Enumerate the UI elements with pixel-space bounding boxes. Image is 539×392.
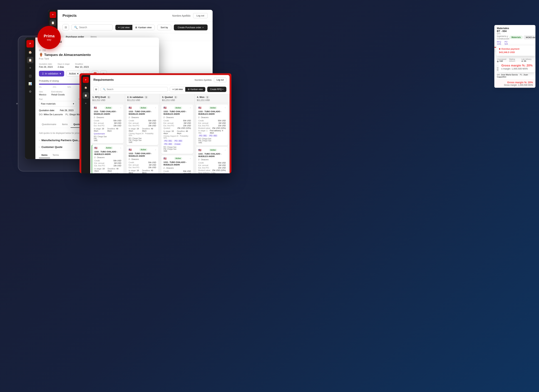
col-title-rfq-draft: 1. RFQ Draft 1 bbox=[92, 96, 123, 98]
create-purchase-order-button[interactable]: Create Purchase order + bbox=[174, 24, 208, 30]
col-title-in-validation: 2. In validation 1 bbox=[127, 96, 158, 98]
wf-inner: P 🏠 📋 ≡ Requirements Nombre Apellido Log… bbox=[81, 75, 230, 173]
sidebar-icon-book-mid[interactable]: 📋 bbox=[27, 57, 34, 63]
logo-sub: way bbox=[47, 38, 52, 41]
expand-icon-manufacturing: › bbox=[39, 139, 40, 141]
po-link[interactable]: PO · 524 bbox=[505, 41, 509, 45]
tab-questionnaire[interactable]: Questionnaire bbox=[39, 121, 59, 128]
col-title-quoted: 3. Quoted 1 bbox=[162, 96, 192, 98]
sidebar-icon-menu-f[interactable]: ≡ bbox=[82, 100, 89, 106]
wf-main: Requirements Nombre Apellido Log out ⊟ 🔍… bbox=[90, 75, 230, 173]
back-title: Projects bbox=[63, 14, 77, 18]
wf-kanban-view-btn[interactable]: ⊞ Kanban view bbox=[185, 87, 205, 92]
wf-kanban-label: Kanban view bbox=[190, 88, 203, 91]
card-est-annual: Est. annual: 1M USD bbox=[94, 122, 121, 124]
list-view-label: List view bbox=[120, 26, 130, 29]
card-top: 🇺🇸 Active + bbox=[94, 106, 121, 109]
card-flag: 🇺🇸 bbox=[94, 106, 97, 109]
kanban-card-col3-1[interactable]: 🇺🇸 Active + 1315 - TUBO OVALADO - MUEBLE… bbox=[161, 105, 193, 154]
tab-items[interactable]: Items bbox=[59, 121, 71, 128]
wf-logout-button[interactable]: Log out bbox=[214, 77, 226, 82]
dc-contacts: DO: Jose Maria Garcia PL: Juan Cappellin… bbox=[494, 72, 535, 79]
wokd-select[interactable]: WOKD done bbox=[524, 35, 535, 39]
col-amount-in-validation: $11,211 USD bbox=[127, 99, 158, 102]
kanban-card[interactable]: 🇺🇸 Active + 1315 - TUBO OVALADO - MUEBLE… bbox=[92, 105, 123, 143]
chevron-down-icon2: ▾ bbox=[77, 72, 78, 75]
card-questionnaire-link[interactable]: Questionnaire bbox=[94, 133, 105, 135]
gm-pct-label: Gross margin %: 20% bbox=[501, 64, 533, 67]
subtab-terms[interactable]: Terms bbox=[50, 152, 61, 158]
col-header-in-validation: 2. In validation 1 $11,211 USD bbox=[125, 94, 160, 103]
sidebar-icon-chart-mid[interactable]: 📊 bbox=[27, 80, 34, 87]
record-subtitle: Frac Tank bbox=[39, 57, 155, 60]
sidebar-icon-book-f[interactable]: 📋 bbox=[82, 92, 89, 99]
filter-button[interactable]: ⊟ bbox=[63, 24, 69, 31]
field-row-dates: Quotation date: Feb 28, 2023 Days in sta… bbox=[39, 63, 155, 68]
wf-filter-button[interactable]: ⊟ bbox=[93, 87, 99, 92]
kanban-board: 1. RFQ Draft 1 $11,211 USD 🇺🇸 Active + bbox=[90, 94, 230, 173]
chevron-down-icon-pod: ▾ bbox=[73, 102, 74, 105]
kanban-card-col2-1[interactable]: 🇺🇸 Active + 1315 - TUBO OVALADO - MUEBLE… bbox=[126, 105, 158, 145]
sidebar-icon-home-f[interactable]: 🏠 bbox=[82, 84, 89, 91]
gross-margin-box: Gross margin %: 20% s margin: 1,000,500 … bbox=[498, 62, 535, 72]
sidebar-icon-settings-mid[interactable]: ⚙ bbox=[27, 88, 34, 95]
sidebar-icon-book[interactable]: 📋 bbox=[50, 19, 56, 26]
kanban-card-col3-2[interactable]: 🇺🇸 Active + 1315 - TUBO OVALADO - MUEBLE… bbox=[161, 155, 193, 173]
kanban-view-btn[interactable]: ⊞ Kanban view bbox=[132, 25, 154, 30]
sidebar-icon-layers-mid[interactable]: ◫ bbox=[27, 73, 34, 79]
days-in-stage-label: Days in stage: bbox=[58, 63, 70, 65]
card-title: 1315 - TUBO OVALADO - MUEBLES ANDRI bbox=[94, 110, 121, 116]
sidebar-strip: P 🏠 📋 ≡ ◫ 📊 ⚙ bbox=[25, 38, 35, 159]
search-icon-wf: 🔍 bbox=[103, 88, 106, 91]
pl-label: PL: bbox=[520, 74, 523, 76]
card-dates: In stage: 10 days Deadline: 40 days bbox=[94, 128, 121, 132]
sidebar-icon-home-mid[interactable]: 🏠 bbox=[27, 49, 34, 55]
back-search-input[interactable] bbox=[79, 26, 110, 29]
sort-button[interactable]: Sort by bbox=[157, 25, 171, 30]
rfq-link[interactable]: RFQ · 1241 bbox=[497, 41, 503, 45]
stat-late-label: Late delivery bbox=[521, 58, 533, 60]
list-view-btn[interactable]: ≡ List view bbox=[116, 25, 132, 30]
wf-list-view-btn[interactable]: ≡ List view bbox=[170, 87, 185, 92]
requirements-kanban-window: P 🏠 📋 ≡ Requirements Nombre Apellido Log… bbox=[80, 73, 231, 173]
field-end-industry: End industry: Retail Goods bbox=[51, 91, 65, 96]
card-top2: 🇺🇸 Active + bbox=[94, 146, 121, 149]
kanban-cards-col2: 🇺🇸 Active + 1315 - TUBO OVALADO - MUEBLE… bbox=[125, 103, 160, 173]
kanban-card-col4-2[interactable]: 🇺🇸 Active + 1315 - TUBO OVALADO - MUEBLE… bbox=[196, 147, 228, 173]
card-add-icon-c2[interactable]: + bbox=[155, 107, 156, 109]
overdue-amount: $43,346.5 USD bbox=[499, 51, 533, 53]
subtab-items[interactable]: Items bbox=[39, 152, 50, 158]
kanban-column-rfq-draft: 1. RFQ Draft 1 $11,211 USD 🇺🇸 Active + bbox=[90, 94, 125, 173]
tick-0: 0% bbox=[39, 86, 41, 88]
kanban-card-col2-2[interactable]: 🇺🇸 Active + 1315 - TUBO OVALADO - MUEBLE… bbox=[126, 146, 158, 173]
kanban-icon: ⊞ bbox=[135, 26, 137, 29]
card-add-icon2[interactable]: + bbox=[120, 147, 121, 149]
col-amount-rfq-draft: $11,211 USD bbox=[92, 99, 123, 102]
kanban-card-col4-1[interactable]: 🇺🇸 Active + 1315 - TUBO OVALADO - MUEBLE… bbox=[196, 105, 228, 145]
card-pos: PO - 001 PO - 002 PO - 003 2 more bbox=[164, 140, 191, 145]
quotation-date-label: Quotation date: bbox=[39, 63, 53, 65]
back-logout-button[interactable]: Log out bbox=[193, 13, 208, 18]
status-select[interactable]: Active ▾ bbox=[66, 71, 81, 77]
do-label: DO: bbox=[497, 74, 500, 76]
field-geo: Geo: Mexico bbox=[39, 91, 46, 96]
logo-text: Prima bbox=[43, 34, 54, 38]
field-deadline: Deadline: Mar 10, 2023 bbox=[75, 63, 89, 68]
card-add-icon[interactable]: + bbox=[120, 107, 121, 109]
chevron-down-icon: ▾ bbox=[60, 72, 61, 75]
stage-select[interactable]: 2. In validation ▾ bbox=[39, 71, 64, 77]
back-view-toggle: ≡ List view ⊞ Kanban view bbox=[115, 25, 155, 30]
search-icon-back: 🔍 bbox=[74, 26, 78, 29]
overdue-dot bbox=[499, 48, 500, 50]
wf-create-rfq-button[interactable]: Create RFQ + bbox=[207, 87, 226, 92]
gm-abs-label: s margin: 1,000,500 MXN bbox=[501, 67, 533, 70]
wf-search-input[interactable] bbox=[107, 88, 166, 91]
gm-pct: Gross margin %: 20% bbox=[497, 81, 533, 84]
list-icon-wf: ≡ bbox=[172, 88, 174, 91]
sidebar-icon-menu-mid[interactable]: ≡ bbox=[27, 65, 34, 71]
kanban-card[interactable]: 🇺🇸 Active + 1315 - TUBO OVALADO - MUEBLE… bbox=[92, 145, 123, 173]
end-industry-label: End industry: bbox=[51, 91, 65, 93]
col-amount-won: $11,211 USD bbox=[197, 99, 227, 102]
wf-list-label: List view bbox=[174, 88, 183, 91]
pod-select[interactable]: Raw materials ▾ bbox=[39, 101, 76, 106]
